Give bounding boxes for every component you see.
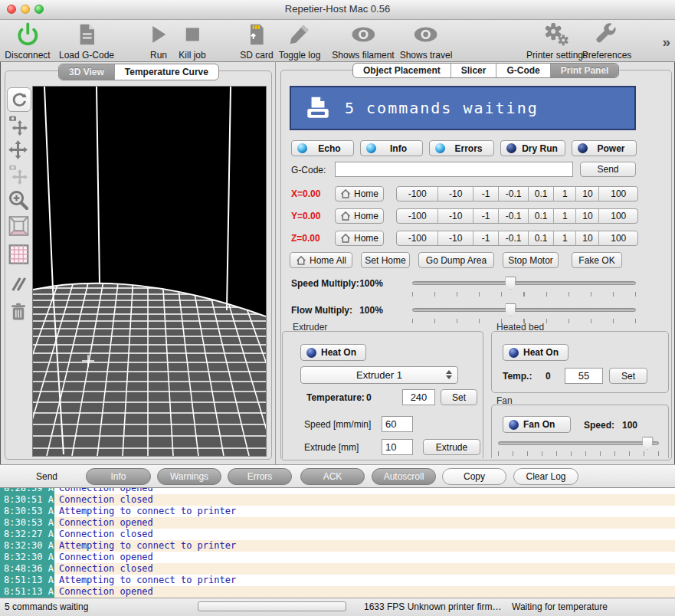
stop-motor-button[interactable]: Stop Motor [503, 252, 559, 268]
jog-button[interactable]: 100 [598, 187, 637, 201]
shows-travel-button[interactable]: Shows travel [400, 22, 453, 61]
jog-button[interactable]: -0.1 [498, 209, 528, 223]
home-axis-button[interactable]: Home [335, 208, 384, 224]
toggle-echo[interactable]: Echo [291, 140, 354, 156]
fan-on-button[interactable]: Fan On [503, 416, 571, 433]
log-message: Connection opened [54, 586, 675, 598]
kill-job-button[interactable]: Kill job [179, 22, 205, 61]
toggle-power[interactable]: Power [572, 140, 637, 156]
extruder-temp-input[interactable] [402, 389, 435, 405]
sd-card-button[interactable]: SD card [240, 22, 273, 61]
rotate-view-button[interactable] [7, 87, 31, 112]
extruder-temp-set-button[interactable]: Set [441, 389, 477, 405]
home-axis-button[interactable]: Home [335, 231, 384, 246]
jog-button[interactable]: -10 [437, 231, 473, 245]
extruder-heat-on-button[interactable]: Heat On [300, 344, 366, 361]
speed-multiply-slider[interactable] [412, 277, 636, 290]
toggle-log-button[interactable]: Toggle log [279, 22, 321, 61]
jog-button[interactable]: 0.1 [528, 231, 553, 245]
fake-ok-button[interactable]: Fake OK [572, 252, 622, 268]
jog-button[interactable]: 100 [598, 209, 637, 223]
zoom-view-button[interactable] [8, 190, 28, 213]
jog-button[interactable]: -100 [397, 187, 437, 201]
extrude-button[interactable]: Extrude [423, 439, 480, 455]
jog-button[interactable]: 1 [553, 209, 575, 223]
slider-thumb[interactable] [642, 437, 654, 450]
slider-thumb[interactable] [505, 303, 516, 316]
extrude-amount-input[interactable] [382, 439, 413, 455]
bed-temp-input[interactable] [565, 368, 603, 384]
home-axis-button[interactable]: Home [335, 186, 384, 202]
tab-object-placement[interactable]: Object Placement [353, 64, 451, 77]
extruder-temp-label: Temperature: [306, 392, 365, 403]
toolbar-overflow-chevron-icon[interactable]: » [662, 34, 670, 51]
jog-button[interactable]: 100 [598, 231, 637, 245]
jog-button[interactable]: 0.1 [528, 187, 553, 201]
jog-button[interactable]: -0.1 [498, 187, 528, 201]
jog-button[interactable]: 10 [575, 209, 598, 223]
extruder-speed-input[interactable] [382, 416, 413, 432]
flow-multiply-slider[interactable] [412, 303, 636, 316]
log-filter-ack[interactable]: ACK [300, 468, 365, 485]
jog-button[interactable]: -10 [437, 187, 473, 201]
fan-speed-slider[interactable] [498, 437, 659, 450]
jog-button[interactable]: 0.1 [528, 209, 553, 223]
jog-button[interactable]: 10 [575, 187, 598, 201]
disconnect-button[interactable]: Disconnect [5, 22, 50, 61]
toggle-dry-run[interactable]: Dry Run [500, 140, 565, 156]
log-filter-warnings[interactable]: Warnings [157, 468, 221, 485]
go-dump-area-button[interactable]: Go Dump Area [418, 252, 494, 268]
jog-button[interactable]: -1 [473, 231, 498, 245]
jog-button[interactable]: -1 [473, 209, 498, 223]
log-row: 8:32:30 AAttempting to connect to printe… [0, 540, 675, 552]
commands-waiting-text: 5 commands waiting [345, 99, 539, 117]
tab-slicer[interactable]: Slicer [451, 64, 496, 77]
log-output[interactable]: 8:28:59 AConnection opened8:30:51 AConne… [0, 488, 675, 598]
jog-button[interactable]: 1 [553, 187, 575, 201]
log-send-button[interactable]: Send [36, 471, 57, 482]
top-view-button[interactable] [8, 244, 29, 268]
log-clear-button[interactable]: Clear Log [513, 468, 578, 485]
printer-settings-button[interactable]: Printer settings [526, 22, 588, 61]
flow-multiply-label: Flow Multiply: [291, 305, 352, 316]
jog-button[interactable]: -100 [397, 209, 437, 223]
slider-thumb[interactable] [505, 277, 516, 290]
move-icon [8, 140, 28, 159]
log-copy-button[interactable]: Copy [442, 468, 506, 485]
jog-button[interactable]: 1 [553, 231, 575, 245]
preferences-button[interactable]: Preferences [582, 22, 632, 61]
toggle-info[interactable]: Info [360, 140, 423, 156]
bed-temp-set-button[interactable]: Set [609, 368, 647, 384]
extruder-speed-label: Speed [mm/min] [304, 419, 371, 430]
tab-3d-view[interactable]: 3D View [59, 64, 114, 80]
log-filter-info[interactable]: Info [86, 468, 151, 485]
home-all-button[interactable]: Home All [290, 252, 352, 268]
viewport-3d[interactable] [32, 86, 267, 457]
perspective-view-button[interactable] [8, 215, 29, 240]
tab-print-panel[interactable]: Print Panel [550, 64, 619, 77]
extruder-select[interactable]: Extruder 1 [300, 366, 458, 384]
gcode-send-button[interactable]: Send [580, 162, 636, 177]
set-home-button[interactable]: Set Home [361, 252, 410, 268]
jog-button[interactable]: -100 [397, 231, 437, 245]
tab-temperature-curve[interactable]: Temperature Curve [114, 64, 218, 80]
tab-gcode[interactable]: G-Code [496, 64, 549, 77]
gcode-input[interactable] [335, 162, 573, 177]
log-autoscroll-toggle[interactable]: Autoscroll [372, 468, 436, 485]
jog-button[interactable]: 10 [575, 231, 598, 245]
move-object-button[interactable] [8, 140, 28, 162]
toggle-errors[interactable]: Errors [429, 140, 494, 156]
load-gcode-button[interactable]: Load G-Code [59, 22, 114, 61]
run-button[interactable]: Run [148, 22, 169, 61]
bed-heat-on-button[interactable]: Heat On [503, 344, 569, 361]
log-timestamp: 8:51:13 A [0, 586, 54, 598]
jog-button[interactable]: -1 [473, 187, 498, 201]
move-print-head-button[interactable] [8, 165, 28, 188]
delete-object-button[interactable] [8, 301, 28, 326]
parallel-projection-button[interactable] [8, 274, 28, 297]
jog-button[interactable]: -0.1 [498, 231, 528, 245]
jog-button[interactable]: -10 [437, 209, 473, 223]
shows-filament-button[interactable]: Shows filament [332, 22, 394, 61]
move-viewpoint-button[interactable] [8, 116, 28, 139]
log-filter-errors[interactable]: Errors [228, 468, 292, 485]
